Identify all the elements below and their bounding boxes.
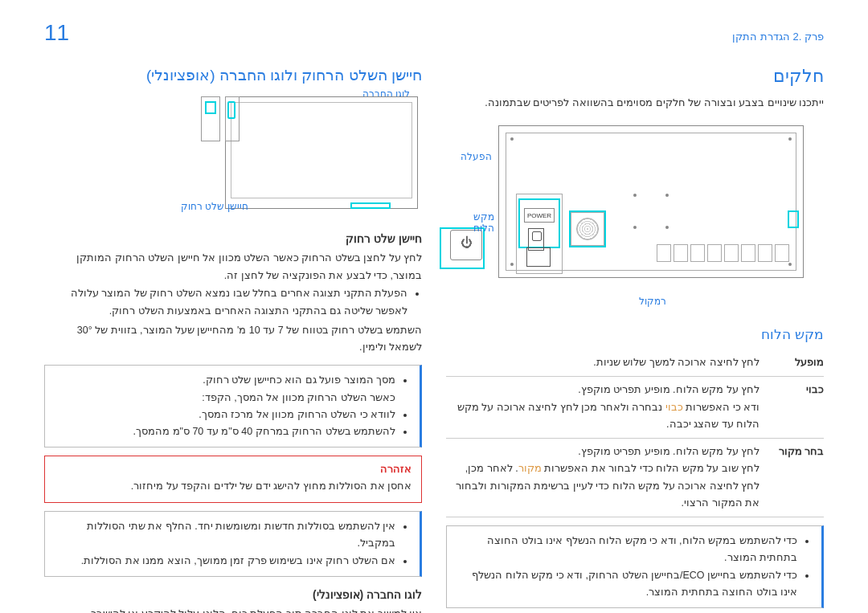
term-on: מופעל <box>760 349 824 377</box>
battery-bullet: אין להשתמש בסוללות חדשות ומשומשות יחד. ה… <box>51 518 395 553</box>
power-text: POWER <box>524 208 555 223</box>
sensor-bullet: הפעלת התקני תצוגה אחרים בחלל שבו נמצא הש… <box>44 285 407 321</box>
panel-button-enlarged <box>442 230 482 267</box>
parts-title: חלקים <box>446 66 824 87</box>
right-info-box: כדי להשתמש במקש הלוח, ודא כי מקש הלוח הנ… <box>446 525 824 608</box>
usage-bullet: לוודא כי השלט הרחוק מכוון אל מרכז המסך. <box>51 407 395 423</box>
monitor-rear-outline: POWER <box>498 125 804 278</box>
label-speaker: רמקול <box>639 296 666 307</box>
logo-heading: לוגו החברה (אופציונלי) <box>44 588 422 601</box>
left-info-box: אין להשתמש בסוללות חדשות ומשומשות יחד. ה… <box>44 511 422 577</box>
warning-text: אחסן את הסוללות מחוץ להישג ידם של ילדים … <box>55 478 411 496</box>
desc-source: לחץ על מקש הלוח. מופיע תפריט מוקפץ. לחץ … <box>446 439 760 517</box>
panel-button-table: מופעל לחץ לחיצה ארוכה למשך שלוש שניות. כ… <box>446 349 824 517</box>
chapter-label: פרק .2 הגדרת התקן <box>732 31 824 43</box>
battery-bullet: אם השלט רחוק אינו בשימוש פרק זמן ממושך, … <box>51 553 395 570</box>
term-off: כבוי <box>760 377 824 439</box>
rear-diagram: POWER הפעלה רמקול <box>454 119 816 312</box>
speaker-icon <box>571 212 604 246</box>
page-number: 11 <box>44 20 69 46</box>
desc-off: לחץ על מקש הלוח. מופיע תפריט מוקפץ. ודא … <box>446 377 760 439</box>
front-diagram: לוגו החברה חיישן שלט רחוק <box>48 92 418 221</box>
right-column: חלקים ייתכנו שינויים בצבע ובצורה של חלקי… <box>446 54 824 613</box>
sensor-enlarged <box>201 96 257 145</box>
desc-on: לחץ לחיצה ארוכה למשך שלוש שניות. <box>446 349 760 377</box>
logo-text: אין למשוך את לוגו החברה תוך הפעלת כוח. ה… <box>44 606 422 613</box>
info-bullet: כדי להשתמש במקש הלוח, ודא כי מקש הלוח הנ… <box>453 533 797 567</box>
term-source: בחר מקור <box>760 439 824 517</box>
warning-box: אזהרה אחסן את הסוללות מחוץ להישג ידם של … <box>44 456 422 503</box>
left-usage-box: מסך המוצר פועל גם הוא כחיישן שלט רחוק. כ… <box>44 365 422 447</box>
info-bullet: כדי להשתמש בחיישן ECO/בחיישן השלט הרחוק,… <box>453 567 797 602</box>
panel-button-heading: מקש הלוח <box>446 326 824 343</box>
label-power-on: הפעלה <box>461 151 492 162</box>
left-column: חיישן השלט הרחוק ולוגו החברה (אופציונלי)… <box>44 54 422 613</box>
label-remote-sensor: חיישן שלט רחוק <box>181 201 248 212</box>
remote-sensor-heading: חיישן שלט רחוק <box>44 232 422 245</box>
usage-bullet: להשתמש בשלט הרחוק במרחק 40 ס"מ עד 70 ס"מ… <box>51 423 395 440</box>
remote-sensor-p1: לחץ על לחצן בשלט הרחוק כאשר השלט מכוון א… <box>44 250 422 285</box>
logo-highlight <box>350 202 391 209</box>
warning-title: אזהרה <box>55 463 411 475</box>
label-panel-button: מקש הלוח <box>454 211 494 234</box>
usage-bullet: מסך המוצר פועל גם הוא כחיישן שלט רחוק. כ… <box>51 372 395 407</box>
parts-intro: ייתכנו שינויים בצבע ובצורה של חלקים מסוי… <box>446 95 824 111</box>
power-block: POWER <box>516 194 563 274</box>
sensor-logo-title: חיישן השלט הרחוק ולוגו החברה (אופציונלי) <box>44 66 422 84</box>
panel-button-highlight <box>788 210 799 228</box>
remote-sensor-p2: השתמש בשלט רחוק בטווח של 7 עד 10 מ' מהחי… <box>44 322 422 358</box>
